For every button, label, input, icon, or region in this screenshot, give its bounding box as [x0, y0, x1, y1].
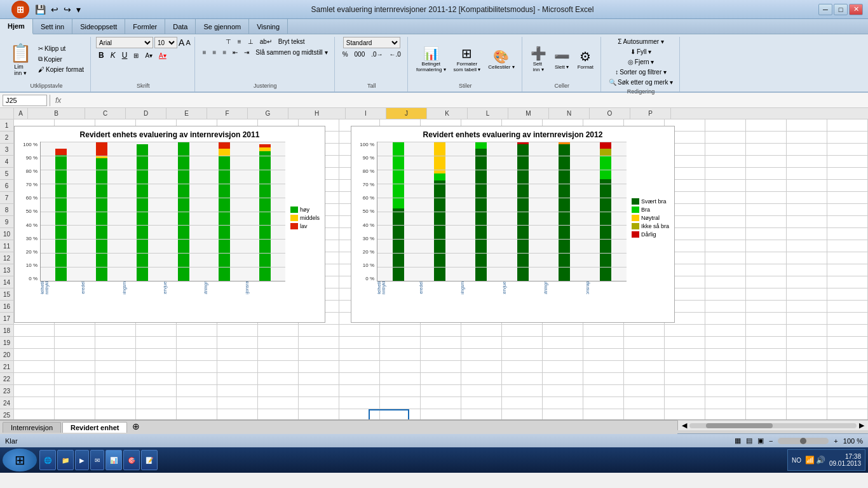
tab-se-gjennom[interactable]: Se gjennom — [196, 19, 249, 34]
left-align-btn[interactable]: ≡ — [200, 48, 209, 57]
row-3[interactable]: 3 — [0, 144, 13, 156]
align-middle-btn[interactable]: ≡ — [235, 37, 244, 46]
layout-break-btn[interactable]: ▣ — [757, 437, 764, 445]
row-20[interactable]: 20 — [0, 349, 13, 361]
align-bottom-btn[interactable]: ⊥ — [245, 37, 256, 46]
tab-sett-inn[interactable]: Sett inn — [33, 19, 72, 34]
taskbar-mail[interactable]: ✉ — [90, 450, 104, 470]
col-header-E[interactable]: E — [166, 108, 207, 119]
row-2[interactable]: 2 — [0, 132, 13, 144]
clear-btn[interactable]: ◎ Fjern ▾ — [625, 57, 657, 67]
grow-font-btn[interactable]: A — [179, 37, 184, 48]
bold-btn[interactable]: B — [96, 50, 107, 61]
col-header-C[interactable]: C — [85, 108, 126, 119]
row-16[interactable]: 16 — [0, 301, 13, 313]
add-sheet-btn[interactable]: ⊕ — [128, 420, 144, 433]
row-4[interactable]: 4 — [0, 156, 13, 168]
merge-center-btn[interactable]: Slå sammen og midtstill ▾ — [253, 48, 330, 57]
align-top-btn[interactable]: ⊤ — [223, 37, 234, 46]
underline-btn[interactable]: U — [119, 50, 130, 61]
col-header-D[interactable]: D — [126, 108, 166, 119]
taskbar-excel[interactable]: 📊 — [105, 450, 122, 470]
zoom-slider[interactable] — [778, 438, 829, 444]
row-18[interactable]: 18 — [0, 325, 13, 337]
col-header-N[interactable]: N — [549, 108, 590, 119]
row-12[interactable]: 12 — [0, 252, 13, 264]
taskbar-media[interactable]: ▶ — [75, 450, 89, 470]
tab-visning[interactable]: Visning — [249, 19, 288, 34]
row-11[interactable]: 11 — [0, 240, 13, 252]
tab-revidert-enhet[interactable]: Revidert enhet — [62, 422, 127, 433]
thousands-btn[interactable]: 000 — [352, 50, 368, 59]
increase-indent-btn[interactable]: ⇥ — [241, 48, 252, 57]
insert-cells-btn[interactable]: ➕ Settinn ▾ — [527, 40, 550, 78]
col-header-J[interactable]: J — [386, 108, 427, 119]
copy-button[interactable]: ⧉ Kopier — [36, 54, 86, 64]
taskbar-word[interactable]: 📝 — [141, 450, 158, 470]
font-color-btn[interactable]: A▾ — [156, 51, 169, 60]
maximize-btn[interactable]: □ — [834, 4, 848, 15]
row-15[interactable]: 15 — [0, 288, 13, 301]
zoom-in-btn[interactable]: + — [834, 437, 837, 445]
tab-hjem[interactable]: Hjem — [0, 19, 33, 34]
col-header-B[interactable]: B — [28, 108, 85, 119]
row-10[interactable]: 10 — [0, 228, 13, 240]
hscroll-thumb[interactable] — [706, 423, 773, 428]
font-size-select[interactable]: 10 — [154, 37, 177, 48]
sort-filter-btn[interactable]: ↕ Sorter og filtrer ▾ — [613, 67, 669, 77]
row-25[interactable]: 25 — [0, 409, 13, 419]
decrease-indent-btn[interactable]: ⇤ — [230, 48, 240, 57]
layout-page-btn[interactable]: ▤ — [746, 437, 752, 445]
increase-decimal-btn[interactable]: .0→ — [369, 50, 385, 59]
close-btn[interactable]: ✕ — [849, 4, 863, 15]
row-21[interactable]: 21 — [0, 361, 13, 373]
chart-2012[interactable]: Revidert enhets evaluering av internrevi… — [351, 126, 675, 323]
cells-area[interactable]: Revidert enhets evaluering av internrevi… — [14, 119, 868, 419]
zoom-thumb[interactable] — [800, 438, 806, 444]
row-6[interactable]: 6 — [0, 180, 13, 192]
save-quick-btn[interactable]: 💾 — [33, 4, 48, 15]
undo-quick-btn[interactable]: ↩ — [49, 4, 60, 15]
number-format-select[interactable]: Standard — [343, 37, 400, 48]
delete-cells-btn[interactable]: ➖ Slett ▾ — [551, 40, 573, 78]
percent-btn[interactable]: % — [340, 50, 351, 59]
col-header-P[interactable]: P — [630, 108, 671, 119]
taskbar-ppt[interactable]: 🎯 — [123, 450, 140, 470]
row-24[interactable]: 24 — [0, 397, 13, 409]
tab-internrevisjon[interactable]: Internrevisjon — [3, 422, 61, 433]
conditional-format-btn[interactable]: 📊 Betingetformatering ▾ — [413, 40, 449, 78]
formula-input[interactable] — [66, 95, 865, 106]
cut-button[interactable]: ✂ Klipp ut — [36, 44, 86, 53]
paste-button[interactable]: 📋 Liminn ▾ — [6, 40, 34, 78]
row-17[interactable]: 17 — [0, 313, 13, 325]
border-btn[interactable]: ⊞ — [131, 51, 141, 60]
autosum-btn[interactable]: Σ Autosummer ▾ — [615, 37, 667, 46]
decrease-decimal-btn[interactable]: ←.0 — [387, 50, 403, 59]
row-19[interactable]: 19 — [0, 337, 13, 349]
more-quick-btn[interactable]: ▾ — [74, 4, 83, 15]
right-align-btn[interactable]: ≡ — [220, 48, 229, 57]
tab-formler[interactable]: Formler — [125, 19, 165, 34]
cell-styles-btn[interactable]: 🎨 Cellestiler ▾ — [485, 40, 517, 78]
redo-quick-btn[interactable]: ↪ — [62, 4, 73, 15]
minimize-btn[interactable]: ─ — [818, 4, 832, 15]
col-header-F[interactable]: F — [207, 108, 248, 119]
row-14[interactable]: 14 — [0, 276, 13, 288]
col-header-H[interactable]: H — [288, 108, 346, 119]
center-align-btn[interactable]: ≡ — [210, 48, 219, 57]
office-button[interactable]: ⊞ — [11, 1, 29, 18]
col-header-K[interactable]: K — [427, 108, 468, 119]
row-1[interactable]: 1 — [0, 119, 13, 132]
tab-sideoppsett[interactable]: Sideoppsett — [72, 19, 125, 34]
row-9[interactable]: 9 — [0, 216, 13, 228]
font-name-select[interactable]: Arial — [96, 37, 153, 48]
shrink-font-btn[interactable]: A — [186, 39, 190, 46]
text-rotate-btn[interactable]: ab↵ — [257, 37, 275, 46]
start-button[interactable]: ⊞ — [3, 449, 37, 471]
row-22[interactable]: 22 — [0, 373, 13, 385]
copy-format-button[interactable]: 🖌 Kopier format — [36, 65, 86, 74]
col-header-L[interactable]: L — [468, 108, 508, 119]
chart-2011[interactable]: Revidert enhets evaluering av internrevi… — [14, 126, 325, 323]
hscroll-right-btn[interactable]: ▶ — [857, 421, 867, 430]
hscroll-track[interactable] — [689, 423, 857, 428]
